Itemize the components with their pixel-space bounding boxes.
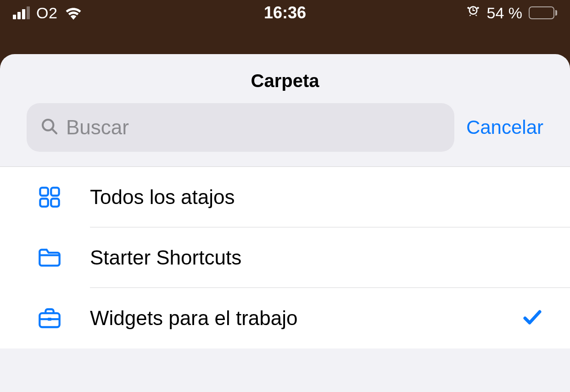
list-item-work-widgets[interactable]: Widgets para el trabajo xyxy=(0,288,570,348)
svg-rect-4 xyxy=(40,199,48,206)
briefcase-icon xyxy=(36,307,63,329)
status-bar: O2 16:36 54 % xyxy=(0,0,570,26)
svg-rect-2 xyxy=(40,188,48,195)
search-icon xyxy=(40,117,59,138)
search-field[interactable] xyxy=(27,103,454,152)
svg-rect-9 xyxy=(48,318,52,321)
checkmark-icon xyxy=(521,306,543,330)
status-bar-left: O2 xyxy=(13,4,83,22)
list-item-starter-shortcuts[interactable]: Starter Shortcuts xyxy=(0,227,570,288)
folder-list: Todos los atajos Starter Shortcuts xyxy=(0,166,570,348)
wifi-icon xyxy=(64,6,83,20)
svg-rect-3 xyxy=(51,188,59,195)
carrier-label: O2 xyxy=(36,4,57,22)
folder-icon xyxy=(36,247,63,268)
sheet-header: Carpeta xyxy=(0,54,570,103)
search-row: Cancelar xyxy=(0,103,570,166)
folder-picker-sheet: Carpeta Cancelar Todos xyxy=(0,54,570,392)
svg-line-1 xyxy=(52,129,56,133)
battery-icon xyxy=(529,6,557,19)
status-bar-right: 54 % xyxy=(466,4,558,22)
status-bar-time: 16:36 xyxy=(264,3,306,22)
cancel-button[interactable]: Cancelar xyxy=(466,116,543,138)
search-input[interactable] xyxy=(66,116,441,139)
svg-rect-5 xyxy=(51,199,59,206)
list-item-all-shortcuts[interactable]: Todos los atajos xyxy=(0,167,570,227)
list-item-label: Todos los atajos xyxy=(90,186,570,209)
list-item-label: Widgets para el trabajo xyxy=(90,307,521,330)
battery-percent-label: 54 % xyxy=(487,4,523,22)
alarm-icon xyxy=(466,4,481,22)
sheet-title: Carpeta xyxy=(0,71,570,91)
grid-icon xyxy=(36,185,63,209)
cellular-signal-icon xyxy=(13,6,30,19)
list-item-label: Starter Shortcuts xyxy=(90,246,570,269)
